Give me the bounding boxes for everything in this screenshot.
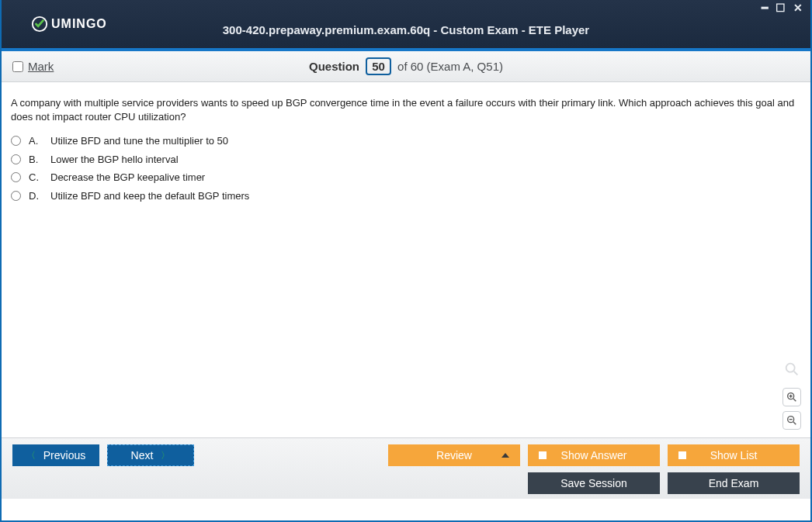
svg-line-4 (793, 399, 796, 401)
zoom-out-button[interactable] (783, 411, 801, 430)
save-session-label: Save Session (560, 477, 627, 489)
answer-letter: A. (29, 134, 43, 148)
answer-text: Utilize BFD and keep the default BGP tim… (50, 189, 249, 203)
square-icon (539, 451, 547, 459)
square-icon (678, 451, 686, 459)
question-indicator: Question 50 of 60 (Exam A, Q51) (2, 57, 810, 75)
answer-option[interactable]: D. Utilize BFD and keep the default BGP … (11, 189, 801, 203)
svg-point-1 (786, 364, 795, 372)
next-button[interactable]: Next 〉 (107, 444, 194, 466)
show-list-label: Show List (710, 449, 758, 462)
answer-radio[interactable] (11, 154, 21, 164)
chevron-left-icon: 〈 (26, 449, 36, 462)
review-label: Review (436, 449, 472, 462)
search-icon[interactable] (783, 361, 800, 383)
bottom-bar: 〈 Previous Next 〉 Review Show Answer Sho… (2, 437, 810, 499)
maximize-icon[interactable]: ☐ (774, 2, 787, 14)
titlebar: UMINGO 300-420.prepaway.premium.exam.60q… (2, 0, 810, 48)
end-exam-button[interactable]: End Exam (668, 472, 800, 494)
answer-list: A. Utilize BFD and tune the multiplier t… (11, 134, 801, 202)
answer-radio[interactable] (11, 191, 21, 201)
answer-radio[interactable] (11, 136, 21, 146)
question-text: A company with multiple service provider… (11, 96, 801, 123)
save-session-button[interactable]: Save Session (528, 472, 660, 494)
answer-option[interactable]: A. Utilize BFD and tune the multiplier t… (11, 134, 801, 148)
previous-button[interactable]: 〈 Previous (12, 444, 99, 466)
previous-label: Previous (43, 449, 85, 462)
zoom-controls (783, 361, 801, 430)
mark-checkbox-wrap[interactable]: Mark (12, 60, 54, 73)
review-button[interactable]: Review (388, 444, 520, 466)
question-number: 50 (366, 57, 391, 75)
answer-letter: D. (29, 189, 43, 203)
end-exam-label: End Exam (709, 477, 759, 489)
minimize-icon[interactable]: ━ (760, 2, 769, 14)
svg-line-2 (794, 372, 798, 375)
show-list-button[interactable]: Show List (668, 444, 800, 466)
chevron-right-icon: 〉 (161, 449, 170, 462)
triangle-up-icon (501, 453, 509, 458)
answer-letter: C. (29, 171, 43, 185)
answer-text: Lower the BGP hello interval (50, 153, 179, 167)
mark-label[interactable]: Mark (28, 60, 54, 73)
zoom-in-button[interactable] (783, 388, 801, 406)
question-of-text: of 60 (Exam A, Q51) (394, 60, 503, 73)
next-label: Next (131, 449, 154, 462)
show-answer-label: Show Answer (561, 449, 627, 462)
answer-text: Utilize BFD and tune the multiplier to 5… (50, 134, 228, 148)
window-controls: ━ ☐ ✕ (760, 2, 804, 14)
question-label: Question (309, 60, 359, 73)
window-title: 300-420.prepaway.premium.exam.60q - Cust… (2, 23, 810, 36)
mark-checkbox[interactable] (12, 61, 23, 72)
close-icon[interactable]: ✕ (792, 2, 804, 14)
answer-option[interactable]: B. Lower the BGP hello interval (11, 153, 801, 167)
show-answer-button[interactable]: Show Answer (528, 444, 660, 466)
question-bar: Mark Question 50 of 60 (Exam A, Q51) (2, 51, 810, 82)
answer-option[interactable]: C. Decrease the BGP keepalive timer (11, 171, 801, 185)
question-content: A company with multiple service provider… (2, 82, 810, 437)
answer-text: Decrease the BGP keepalive timer (50, 171, 205, 185)
svg-line-8 (793, 422, 796, 424)
answer-letter: B. (29, 153, 43, 167)
answer-radio[interactable] (11, 172, 21, 182)
